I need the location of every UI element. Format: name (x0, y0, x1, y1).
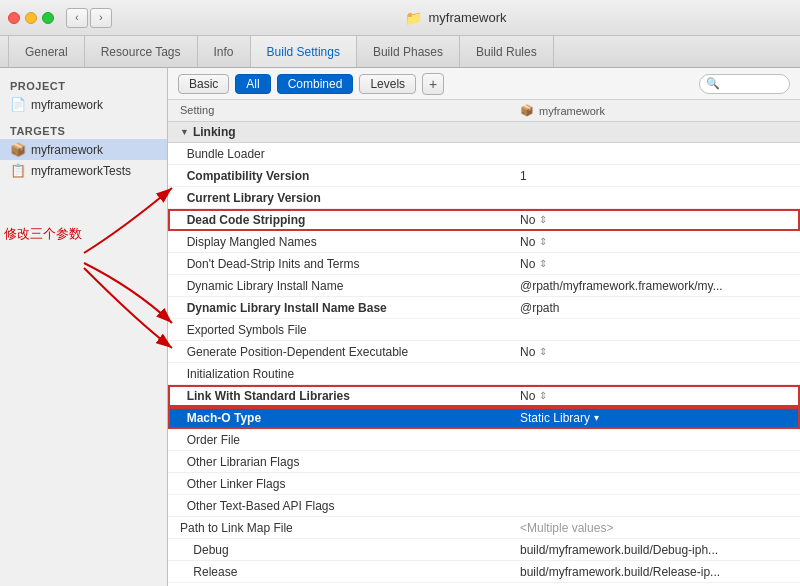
tab-resource-tags[interactable]: Resource Tags (85, 36, 198, 67)
setting-value (508, 438, 800, 442)
annotation-text: 修改三个参数 (0, 221, 167, 247)
table-row[interactable]: Current Library Version (168, 187, 800, 209)
close-button[interactable] (8, 12, 20, 24)
setting-value: build/myframework.build/Debug-iph... (508, 541, 800, 559)
filter-bar: Basic All Combined Levels + 🔍 (168, 68, 800, 100)
target-name: myframework (539, 105, 605, 117)
setting-name: Current Library Version (168, 189, 508, 207)
sidebar-project-label: myframework (31, 98, 103, 112)
stepper-control[interactable]: ⇕ (539, 258, 547, 269)
section-triangle-icon: ▼ (180, 127, 189, 137)
search-input[interactable] (723, 78, 783, 90)
table-row[interactable]: Mach-O TypeStatic Library ▾ (168, 407, 800, 429)
table-row[interactable]: Releasebuild/myframework.build/Release-i… (168, 561, 800, 583)
table-row[interactable]: Order File (168, 429, 800, 451)
stepper-control[interactable]: ⇕ (539, 214, 547, 225)
tab-build-rules[interactable]: Build Rules (460, 36, 554, 67)
setting-value: <Multiple values> (508, 519, 800, 537)
table-row[interactable]: Bundle Loader (168, 143, 800, 165)
setting-value (508, 482, 800, 486)
window-title: myframework (428, 10, 506, 25)
project-file-icon: 📄 (10, 97, 26, 112)
setting-name: Initialization Routine (168, 365, 508, 383)
levels-filter-button[interactable]: Levels (359, 74, 416, 94)
search-box[interactable]: 🔍 (699, 74, 790, 94)
sidebar-item-target2[interactable]: 📋 myframeworkTests (0, 160, 167, 181)
table-row[interactable]: Generate Position-Dependent ExecutableNo… (168, 341, 800, 363)
back-button[interactable]: ‹ (66, 8, 88, 28)
project-section-header: PROJECT (0, 76, 167, 94)
setting-name: Debug (168, 541, 508, 559)
setting-name: Generate Position-Dependent Executable (168, 343, 508, 361)
table-row[interactable]: Dynamic Library Install Name Base@rpath (168, 297, 800, 319)
column-headers: Setting 📦 myframework (168, 100, 800, 122)
table-row[interactable]: Initialization Routine (168, 363, 800, 385)
setting-name: Bundle Loader (168, 145, 508, 163)
linking-section-header: ▼ Linking (168, 122, 800, 143)
stepper-control[interactable]: ⇕ (539, 236, 547, 247)
maximize-button[interactable] (42, 12, 54, 24)
setting-name: Compatibility Version (168, 167, 508, 185)
setting-value: No⇕ (508, 233, 800, 251)
table-row[interactable]: Dead Code StrippingNo⇕ (168, 209, 800, 231)
table-row[interactable]: Display Mangled NamesNo⇕ (168, 231, 800, 253)
target-icon: 📦 (520, 104, 534, 117)
sidebar-item-project[interactable]: 📄 myframework (0, 94, 167, 115)
content-area: Basic All Combined Levels + 🔍 Setting 📦 … (168, 68, 800, 586)
tab-general[interactable]: General (8, 36, 85, 67)
table-row[interactable]: Other Text-Based API Flags (168, 495, 800, 517)
target1-icon: 📦 (10, 142, 26, 157)
table-row[interactable]: Dynamic Library Install Name@rpath/myfra… (168, 275, 800, 297)
sidebar-target1-label: myframework (31, 143, 103, 157)
setting-name: Dynamic Library Install Name Base (168, 299, 508, 317)
settings-rows-container: Bundle Loader Compatibility Version1 Cur… (168, 143, 800, 586)
setting-name: Order File (168, 431, 508, 449)
table-row[interactable]: Exported Symbols File (168, 319, 800, 341)
all-filter-button[interactable]: All (235, 74, 270, 94)
setting-value (508, 460, 800, 464)
table-row[interactable]: Other Librarian Flags (168, 451, 800, 473)
title-area: 📁 myframework (120, 10, 792, 26)
setting-value (508, 152, 800, 156)
nav-arrows: ‹ › (66, 8, 112, 28)
table-row[interactable]: Other Linker Flags (168, 473, 800, 495)
value-column-header: 📦 myframework (508, 102, 800, 119)
setting-name: Other Linker Flags (168, 475, 508, 493)
table-row[interactable]: Link With Standard LibrariesNo⇕ (168, 385, 800, 407)
combined-filter-button[interactable]: Combined (277, 74, 354, 94)
add-setting-button[interactable]: + (422, 73, 444, 95)
setting-value (508, 196, 800, 200)
setting-value (508, 328, 800, 332)
setting-name: Display Mangled Names (168, 233, 508, 251)
table-row[interactable]: Don't Dead-Strip Inits and TermsNo⇕ (168, 253, 800, 275)
targets-section-header: TARGETS (0, 121, 167, 139)
setting-name: Other Text-Based API Flags (168, 497, 508, 515)
setting-value: Static Library ▾ (508, 409, 800, 427)
traffic-lights (8, 12, 54, 24)
setting-value (508, 504, 800, 508)
basic-filter-button[interactable]: Basic (178, 74, 229, 94)
forward-button[interactable]: › (90, 8, 112, 28)
stepper-control[interactable]: ⇕ (539, 390, 547, 401)
table-row[interactable]: Path to Link Map File<Multiple values> (168, 517, 800, 539)
table-row[interactable]: Debugbuild/myframework.build/Debug-iph..… (168, 539, 800, 561)
tabbar: General Resource Tags Info Build Setting… (0, 36, 800, 68)
setting-value: 1 (508, 167, 800, 185)
section-name: Linking (193, 125, 236, 139)
dropdown-arrow-icon[interactable]: ▾ (594, 412, 599, 423)
sidebar: PROJECT 📄 myframework TARGETS 📦 myframew… (0, 68, 168, 586)
sidebar-item-target1[interactable]: 📦 myframework (0, 139, 167, 160)
stepper-control[interactable]: ⇕ (539, 346, 547, 357)
setting-name: Mach-O Type (168, 409, 508, 427)
tab-info[interactable]: Info (198, 36, 251, 67)
settings-table[interactable]: ▼ Linking Bundle Loader Compatibility Ve… (168, 122, 800, 586)
tab-build-phases[interactable]: Build Phases (357, 36, 460, 67)
sidebar-target2-label: myframeworkTests (31, 164, 131, 178)
tab-build-settings[interactable]: Build Settings (251, 36, 357, 67)
setting-name: Dynamic Library Install Name (168, 277, 508, 295)
minimize-button[interactable] (25, 12, 37, 24)
table-row[interactable]: Compatibility Version1 (168, 165, 800, 187)
setting-name: Don't Dead-Strip Inits and Terms (168, 255, 508, 273)
project-icon: 📁 (405, 10, 422, 26)
annotation-area: 修改三个参数 (0, 221, 167, 247)
